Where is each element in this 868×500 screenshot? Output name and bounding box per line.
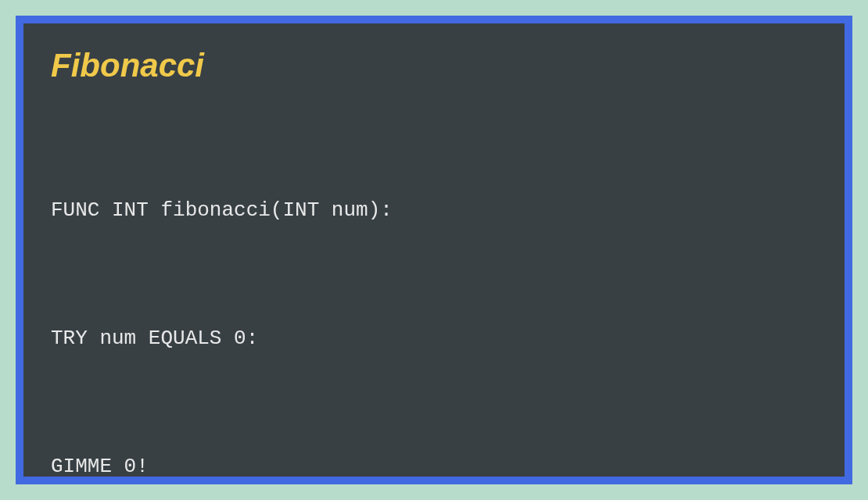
code-line: FUNC INT fibonacci(INT num):: [51, 189, 817, 232]
code-block: FUNC INT fibonacci(INT num): TRY num EQU…: [51, 104, 817, 500]
code-panel: Fibonacci FUNC INT fibonacci(INT num): T…: [23, 23, 845, 477]
code-line: TRY num EQUALS 0:: [51, 317, 817, 360]
code-block-border: Fibonacci FUNC INT fibonacci(INT num): T…: [16, 16, 852, 484]
code-line: GIMME 0!: [51, 445, 817, 488]
code-title: Fibonacci: [51, 47, 817, 84]
